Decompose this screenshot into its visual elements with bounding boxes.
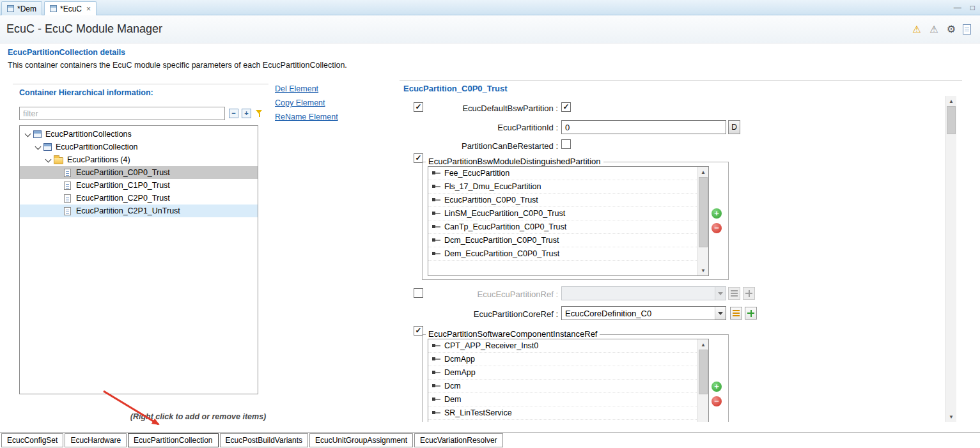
- add-reference-button[interactable]: [745, 307, 757, 320]
- reference-icon: [432, 343, 441, 349]
- document-icon: [64, 194, 71, 203]
- expand-all-icon[interactable]: [242, 109, 251, 118]
- alert-icon[interactable]: [928, 24, 940, 35]
- bottom-tab-ecuchardware[interactable]: EcucHardware: [65, 433, 127, 447]
- reference-icon: [432, 383, 441, 389]
- partition-can-be-restarted-label: PartitionCanBeRestarted :: [425, 141, 558, 151]
- default-bsw-partition-checkbox[interactable]: [561, 102, 571, 112]
- add-item-button[interactable]: [712, 208, 722, 219]
- editor-file-icon: [50, 5, 57, 12]
- list-item-dcmapp[interactable]: DcmApp: [428, 353, 708, 366]
- core-ref-dropdown[interactable]: EcucCoreDefinition_C0: [561, 306, 726, 320]
- tree-item-ecucpartition-c2p0-trust[interactable]: EcucPartition_C2P0_Trust: [20, 192, 258, 205]
- maximize-icon[interactable]: □: [970, 3, 975, 12]
- remove-item-button[interactable]: [712, 223, 722, 233]
- list-item-linsm-ecucpartition-c0p0-trust[interactable]: LinSM_EcucPartition_C0P0_Trust: [428, 207, 708, 220]
- minimize-icon[interactable]: —: [954, 3, 961, 12]
- scrollbar-thumb[interactable]: [947, 106, 956, 134]
- warning-icon[interactable]: [911, 24, 922, 35]
- container-tree: EcucPartitionCollectionsEcucPartitionCol…: [19, 125, 258, 394]
- select-reference-button[interactable]: [730, 307, 742, 320]
- add-item-button[interactable]: [712, 382, 722, 392]
- collection-icon: [43, 143, 52, 151]
- reference-icon: [432, 210, 441, 217]
- scroll-up-icon[interactable]: ▲: [946, 96, 956, 106]
- default-value-button[interactable]: D: [728, 120, 740, 134]
- list-scrollbar[interactable]: ▲▼: [697, 339, 708, 422]
- collapse-all-icon[interactable]: [229, 109, 238, 118]
- scroll-up-icon[interactable]: ▲: [698, 167, 708, 177]
- list-item-dem-ecucpartition-c0p0-trust[interactable]: Dem_EcucPartition_C0P0_Trust: [428, 247, 708, 261]
- scroll-down-icon[interactable]: ▼: [946, 412, 956, 422]
- bottom-tab-ecucunitgroupassignment[interactable]: EcucUnitGroupAssignment: [309, 433, 413, 447]
- list-item-fls-17-dmu-ecucpartition[interactable]: Fls_17_Dmu_EcucPartition: [428, 180, 708, 194]
- document-icon: [64, 169, 71, 177]
- list-scrollbar[interactable]: ▲▼: [697, 167, 708, 275]
- config-icon[interactable]: [945, 24, 957, 35]
- enable-checkbox-default-bsw-partition[interactable]: [414, 102, 423, 112]
- partition-id-input[interactable]: [561, 120, 726, 134]
- list-item-label: DemApp: [444, 368, 476, 377]
- list-item-cantp-ecucpartition-c0p0-trust[interactable]: CanTp_EcucPartition_C0P0_Trust: [428, 220, 708, 234]
- filter-link-icon[interactable]: [254, 109, 264, 118]
- tree-item-ecucpartitioncollections[interactable]: EcucPartitionCollections: [20, 128, 258, 141]
- tree-item-ecucpartition-c1p0-trust[interactable]: EcucPartition_C1P0_Trust: [20, 179, 258, 192]
- rename-element-link[interactable]: ReName Element: [275, 112, 338, 121]
- list-item-cpt-app-receiver-inst0[interactable]: CPT_APP_Receiver_Inst0: [428, 339, 708, 353]
- expand-arrow-icon[interactable]: [44, 156, 52, 164]
- details-scrollbar[interactable]: ▲▼: [945, 96, 956, 422]
- list-item-label: Dcm: [444, 382, 461, 390]
- bottom-tab-bar: EcucConfigSetEcucHardwareEcucPartitionCo…: [0, 432, 980, 448]
- del-element-link[interactable]: Del Element: [275, 84, 338, 93]
- list-item-dcm[interactable]: Dcm: [428, 380, 708, 393]
- expand-arrow-icon[interactable]: [34, 143, 42, 151]
- reference-icon: [432, 396, 441, 403]
- editor-tab-dem[interactable]: *Dem: [1, 1, 42, 15]
- list-item-dem[interactable]: Dem: [428, 393, 708, 406]
- bottom-tab-ecucpostbuildvariants[interactable]: EcucPostBuildVariants: [220, 433, 309, 447]
- bottom-tab-ecucconfigset[interactable]: EcucConfigSet: [1, 433, 63, 447]
- editor-file-icon: [7, 5, 14, 12]
- filter-input[interactable]: [19, 107, 225, 120]
- copy-element-link[interactable]: Copy Element: [275, 98, 338, 107]
- expand-arrow-icon[interactable]: [24, 130, 32, 139]
- tree-item-ecucpartition-c0p0-trust[interactable]: EcucPartition_C0P0_Trust: [20, 166, 258, 179]
- reference-icon: [432, 251, 441, 257]
- remove-item-button[interactable]: [712, 396, 722, 406]
- tree-item-ecucpartition-c2p1-untrust[interactable]: EcucPartition_C2P1_UnTrust: [20, 205, 258, 217]
- tree-item-label: EcucPartition_C2P0_Trust: [76, 194, 170, 203]
- editor-tab-label: *EcuC: [60, 4, 82, 13]
- close-tab-icon[interactable]: ×: [86, 4, 91, 13]
- tree-item-label: EcucPartition_C1P0_Trust: [76, 181, 170, 190]
- list-item-sr-lintestservice[interactable]: SR_LinTestService: [428, 406, 708, 420]
- editor-tab-bar: *Dem*EcuC× — □: [0, 0, 980, 15]
- tree-item-label: EcucPartitions (4): [67, 155, 130, 164]
- list-item-label: CanTp_EcucPartition_C0P0_Trust: [444, 222, 566, 231]
- chevron-down-icon[interactable]: [715, 307, 726, 320]
- ecu-partition-ref-label: EcucEcuPartitionRef :: [425, 290, 558, 299]
- scroll-up-icon[interactable]: ▲: [698, 339, 708, 350]
- list-item-label: EcucPartition_C0P0_Trust: [444, 196, 538, 205]
- list-item-label: Dcm_EcucPartition_C0P0_Trust: [444, 236, 559, 245]
- list-item-label: LinSM_EcucPartition_C0P0_Trust: [444, 209, 565, 218]
- bottom-tab-ecucpartitioncollection[interactable]: EcucPartitionCollection: [128, 433, 218, 447]
- list-item-dcm-ecucpartition-c0p0-trust[interactable]: Dcm_EcucPartition_C0P0_Trust: [428, 234, 708, 247]
- report-icon[interactable]: [963, 24, 971, 35]
- list-item-ecucpartition-c0p0-trust[interactable]: EcucPartition_C0P0_Trust: [428, 194, 708, 207]
- document-icon: [64, 182, 71, 190]
- enable-checkbox-ecu-partition-ref[interactable]: [414, 288, 423, 298]
- partition-can-be-restarted-checkbox[interactable]: [561, 139, 571, 149]
- tree-hint: (Right click to add or remove items): [64, 412, 332, 421]
- list-item-demapp[interactable]: DemApp: [428, 366, 708, 380]
- plus-icon: [747, 310, 754, 317]
- bottom-tab-ecucvariationresolver[interactable]: EcucVariationResolver: [414, 433, 503, 447]
- scrollbar-thumb[interactable]: [699, 177, 708, 247]
- list-item-fee-ecucpartition[interactable]: Fee_EcucPartition: [428, 167, 708, 180]
- editor-tab-ecuc[interactable]: *EcuC×: [44, 1, 97, 15]
- app-window: *Dem*EcuC× — □ EcuC - EcuC Module Manage…: [0, 0, 980, 448]
- tree-item-ecucpartitioncollection[interactable]: EcucPartitionCollection: [20, 141, 258, 153]
- tree-item-ecucpartitions-4[interactable]: EcucPartitions (4): [20, 153, 258, 166]
- scrollbar-thumb[interactable]: [699, 350, 708, 394]
- scroll-down-icon[interactable]: ▼: [698, 265, 708, 275]
- list-item-label: Fls_17_Dmu_EcucPartition: [444, 182, 541, 191]
